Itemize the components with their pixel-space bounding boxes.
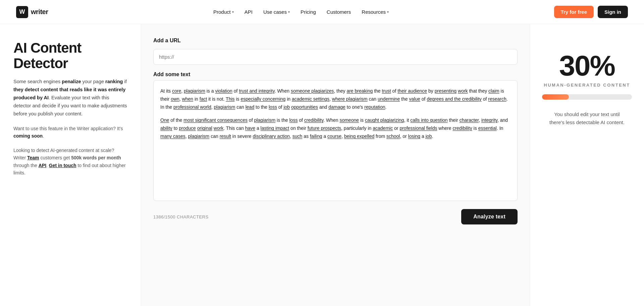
- logo-text: writer: [31, 8, 48, 16]
- paragraph-2: One of the most significant consequences…: [160, 116, 511, 140]
- main-description: Some search engines penalize your page r…: [13, 78, 127, 118]
- url-input[interactable]: [153, 49, 518, 65]
- nav-use-cases[interactable]: Use cases ▾: [263, 9, 290, 15]
- api-link[interactable]: API: [39, 163, 46, 168]
- use-cases-caret-icon: ▾: [288, 10, 290, 14]
- right-panel: 30% HUMAN-GENERATED CONTENT You should e…: [530, 24, 644, 306]
- nav-links: Product ▾ API Use cases ▾ Pricing Custom…: [213, 9, 389, 15]
- percentage-display: 30%: [559, 51, 615, 80]
- scale-note: Looking to detect AI-generated content a…: [13, 147, 127, 177]
- url-section: Add a URL: [153, 38, 518, 65]
- page-container: AI Content Detector Some search engines …: [0, 24, 644, 306]
- resources-caret-icon: ▾: [387, 10, 389, 14]
- bottom-bar: 1386/1500 CHARACTERS Analyze text: [153, 209, 518, 224]
- try-free-button[interactable]: Try for free: [554, 6, 594, 18]
- nav-resources[interactable]: Resources ▾: [362, 9, 389, 15]
- logo-icon: W: [16, 6, 28, 18]
- text-area[interactable]: At its core, plagiarism is a violation o…: [153, 80, 518, 201]
- page-title: AI Content Detector: [13, 40, 127, 71]
- progress-bar-fill: [542, 94, 569, 100]
- edit-suggestion: You should edit your text until there's …: [547, 110, 627, 126]
- navbar: W writer Product ▾ API Use cases ▾ Prici…: [0, 0, 644, 24]
- analyze-button[interactable]: Analyze text: [461, 209, 518, 224]
- nav-api[interactable]: API: [245, 9, 253, 15]
- char-count: 1386/1500 CHARACTERS: [153, 214, 209, 219]
- nav-actions: Try for free Sign in: [554, 6, 628, 18]
- left-panel: AI Content Detector Some search engines …: [0, 24, 141, 306]
- get-in-touch-link[interactable]: Get in touch: [49, 163, 76, 168]
- feature-note: Want to use this feature in the Writer a…: [13, 125, 127, 140]
- text-label: Add some text: [153, 71, 518, 78]
- text-section: Add some text At its core, plagiarism is…: [153, 71, 518, 201]
- nav-customers[interactable]: Customers: [327, 9, 351, 15]
- progress-bar-container: [542, 94, 632, 100]
- center-panel: Add a URL Add some text At its core, pla…: [141, 24, 530, 306]
- paragraph-1: At its core, plagiarism is a violation o…: [160, 87, 511, 111]
- url-label: Add a URL: [153, 38, 518, 44]
- nav-product[interactable]: Product ▾: [213, 9, 234, 15]
- logo[interactable]: W writer: [16, 6, 48, 18]
- sign-in-button[interactable]: Sign in: [598, 6, 628, 18]
- team-link[interactable]: Team: [27, 155, 39, 160]
- hgc-label: HUMAN-GENERATED CONTENT: [544, 83, 630, 88]
- nav-pricing[interactable]: Pricing: [301, 9, 316, 15]
- product-caret-icon: ▾: [232, 10, 234, 14]
